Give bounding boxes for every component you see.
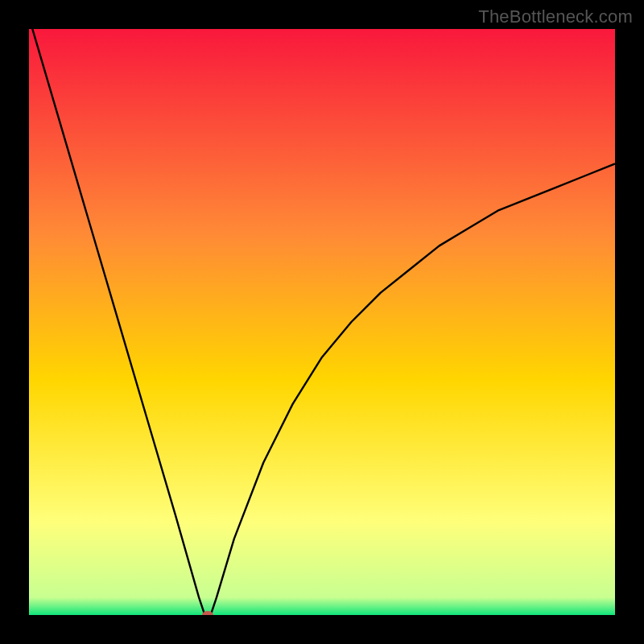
chart-container: TheBottleneck.com	[0, 0, 644, 644]
plot-area	[29, 29, 615, 615]
watermark-text: TheBottleneck.com	[478, 6, 633, 27]
bottleneck-curve	[29, 29, 615, 615]
